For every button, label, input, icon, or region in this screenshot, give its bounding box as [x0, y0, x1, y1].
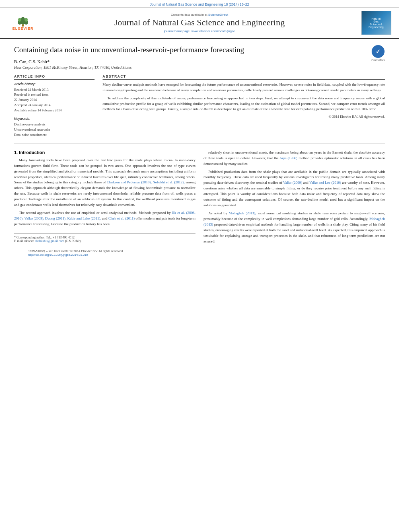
- section1-title: 1. Introduction: [14, 150, 195, 155]
- journal-homepage: journal homepage: www.elsevier.com/locat…: [44, 29, 355, 33]
- valko-lee-link[interactable]: Valko and Lee (2010): [309, 181, 341, 185]
- footnote-email: E-mail address: shahkabir@gmail.com (C.S…: [14, 239, 195, 243]
- received-revised-label: Received in revised form: [14, 92, 95, 97]
- right-p1: relatively short in unconventional asset…: [204, 150, 385, 167]
- received-date: Received 24 March 2013: [14, 87, 95, 92]
- accepted-date: Accepted 24 January 2014: [14, 103, 95, 108]
- abstract-col: ABSTRACT Many decline-curve analysis met…: [103, 74, 385, 138]
- info-abstract-area: ARTICLE INFO Article history: Received 2…: [14, 74, 385, 138]
- abstract-header: ABSTRACT: [103, 74, 385, 80]
- right-p2: Published production data from the shale…: [204, 169, 385, 209]
- footer-issn: 1875-5100/$ – see front matter © 2014 El…: [28, 249, 371, 253]
- article-info-col: ARTICLE INFO Article history: Received 2…: [14, 74, 95, 138]
- abstract-p1: Many decline-curve analysis methods have…: [103, 82, 385, 93]
- copyright: © 2014 Elsevier B.V. All rights reserved…: [103, 115, 385, 119]
- elsevier-logo: ELSEVIER: [7, 14, 39, 32]
- header-right: NaturalGasScience &Engineering: [358, 11, 394, 35]
- valko2009-link[interactable]: Valko (2009),: [24, 216, 44, 220]
- email-label: E-mail address:: [14, 239, 34, 243]
- elsevier-tree-icon: [15, 15, 31, 27]
- svg-point-6: [25, 18, 28, 22]
- journal-thumbnail: NaturalGasScience &Engineering: [361, 11, 391, 35]
- section1-left: 1. Introduction Many forecasting tools h…: [14, 150, 195, 247]
- history-label: Article history:: [14, 82, 95, 86]
- page: Journal of Natural Gas Science and Engin…: [0, 0, 399, 532]
- elsevier-text: ELSEVIER: [12, 27, 34, 31]
- kabir-lake-link[interactable]: Kabir and Lake (2011),: [67, 216, 101, 220]
- keywords-block: Keywords: Decline-curve analysis Unconve…: [14, 117, 95, 137]
- footnote-text: Corresponding author. Tel.: +1 713 496 4…: [16, 236, 75, 239]
- section-divider: [14, 144, 385, 144]
- clarkson-link[interactable]: Clarkson and Pedersen (2010),: [107, 180, 151, 184]
- footnote-area: * Corresponding author. Tel.: +1 713 496…: [14, 233, 195, 243]
- section1-body-left: Many forecasting tools have been propose…: [14, 158, 195, 227]
- sciencedirect-line: Contents lists available at ScienceDirec…: [44, 13, 355, 16]
- journal-title: Journal of Natural Gas Science and Engin…: [44, 17, 355, 28]
- footer-doi[interactable]: http://dx.doi.org/10.1016/j.jngse.2014.0…: [28, 253, 88, 257]
- authors: B. Can, C.S. Kabir*: [14, 59, 385, 64]
- footer-bar: 1875-5100/$ – see front matter © 2014 El…: [14, 247, 385, 259]
- revised-date: 22 January 2014: [14, 97, 95, 103]
- and-text: and: [102, 216, 107, 220]
- abstract-p2: To address the complexity of this multit…: [103, 96, 385, 113]
- sciencedirect-link[interactable]: ScienceDirect: [208, 13, 228, 16]
- email-link[interactable]: shahkabir@gmail.com: [35, 239, 64, 243]
- section1-body-right: relatively short in unconventional asset…: [204, 150, 385, 244]
- article-body: ✓ CrossMark Containing data noise in unc…: [0, 39, 399, 267]
- available-date: Available online 14 February 2014: [14, 108, 95, 113]
- crossmark-badge: ✓: [372, 45, 385, 58]
- journal-url[interactable]: www.elsevier.com/locate/jngse: [191, 29, 235, 33]
- valko2009b-link[interactable]: Valko (2009): [283, 181, 302, 185]
- keyword-3: Data-noise containment: [14, 132, 95, 138]
- right-p3: As noted by Mohagheh (2013), most numeri…: [204, 211, 385, 244]
- journal-reference-bar: Journal of Natural Gas Science and Engin…: [0, 0, 399, 8]
- title-area: ✓ CrossMark Containing data noise in unc…: [14, 45, 385, 55]
- journal-header: ELSEVIER Contents lists available at Sci…: [0, 8, 399, 39]
- elsevier-logo-area: ELSEVIER: [5, 14, 41, 32]
- arps-link[interactable]: Arps (1956): [280, 156, 298, 160]
- keyword-2: Unconventional reservoirs: [14, 127, 95, 132]
- header-center: Contents lists available at ScienceDirec…: [44, 13, 355, 33]
- article-info-header: ARTICLE INFO: [14, 74, 95, 80]
- email-suffix: (C.S. Kabir).: [65, 239, 81, 243]
- clark-link[interactable]: Clark et al. (2011): [108, 216, 135, 220]
- nobakht-link[interactable]: Nobakht et al. (2012),: [152, 180, 185, 184]
- section1-right: relatively short in unconventional asset…: [204, 150, 385, 247]
- mohagheh-link[interactable]: Mohagheh (2013),: [229, 211, 257, 215]
- abstract-text: Many decline-curve analysis methods have…: [103, 82, 385, 113]
- mohagheh2013-link[interactable]: Mohagheh (2013): [204, 217, 385, 226]
- article-title: Containing data noise in unconventional-…: [14, 45, 385, 55]
- affiliation: Hess Corporation, 1501 McKinney Street, …: [14, 66, 385, 70]
- crossmark-area[interactable]: ✓ CrossMark: [371, 45, 385, 62]
- footnote-corresponding: * Corresponding author. Tel.: +1 713 496…: [14, 236, 195, 239]
- keywords-label: Keywords:: [14, 117, 95, 121]
- journal-reference: Journal of Natural Gas Science and Engin…: [150, 2, 249, 6]
- section1-area: 1. Introduction Many forecasting tools h…: [14, 150, 385, 247]
- svg-point-4: [21, 17, 25, 21]
- svg-point-5: [18, 18, 21, 22]
- article-history: Article history: Received 24 March 2013 …: [14, 82, 95, 113]
- intro-p2: The second approach involves the use of …: [14, 210, 195, 227]
- crossmark-label: CrossMark: [371, 59, 385, 62]
- intro-p1: Many forecasting tools have been propose…: [14, 158, 195, 208]
- keyword-1: Decline-curve analysis: [14, 122, 95, 127]
- duong-link[interactable]: Duong (2011),: [45, 216, 66, 220]
